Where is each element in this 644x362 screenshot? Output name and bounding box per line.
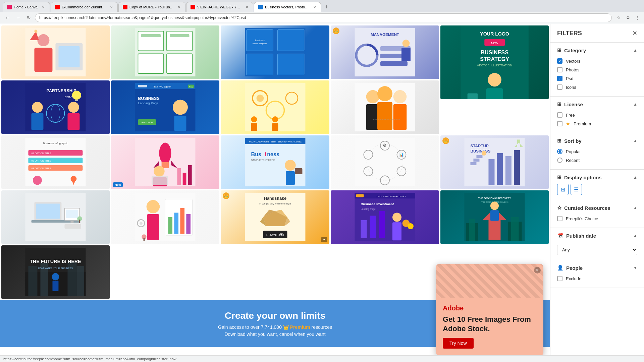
extension-button[interactable]: ⚙ — [624, 14, 632, 22]
grid-item-8[interactable] — [221, 80, 329, 134]
grid-item-14[interactable]: STARTUP BUSINESS — [440, 135, 549, 189]
tab-ecommerce[interactable]: E-Commerce der Zukunft - You... ✕ — [51, 2, 118, 12]
publish-date-arrow: ▲ — [633, 233, 637, 238]
filter-panel: FILTERS ✕ ⊞ Category ▲ Vectors Photos — [550, 24, 644, 362]
people-section: 👤 People ▼ Exclude — [550, 260, 644, 288]
tab-canva[interactable]: Home - Canva ✕ — [3, 2, 50, 12]
status-bar: https://contributor.freepik.com/home?utm… — [0, 355, 644, 362]
license-free[interactable]: Free — [557, 111, 637, 119]
list-view-button[interactable]: ☰ — [571, 184, 582, 195]
refresh-button[interactable]: ↻ — [24, 13, 34, 22]
url-text: https://freepik.com/search?dates=any&for… — [39, 15, 246, 20]
sort-expand-icon: ⊞ — [557, 138, 561, 144]
ad-cta-button[interactable]: Try Now — [443, 338, 474, 349]
publish-date-dropdown[interactable]: Any Today This week This month This year — [557, 245, 637, 255]
exclude-checkbox[interactable] — [557, 276, 562, 281]
publish-date-section: 📅 Publish date ▲ Any Today This week Thi… — [550, 228, 644, 260]
people-header[interactable]: 👤 People ▼ — [557, 265, 637, 271]
calendar-icon: 📅 — [557, 233, 564, 239]
curated-header[interactable]: ☆ Curated Resources ▲ — [557, 205, 637, 211]
sort-section: ⊞ Sort by ▲ Popular Recent — [550, 133, 644, 170]
tab-close-ecommerce[interactable]: ✕ — [109, 5, 113, 9]
grid-item-5[interactable]: YOUR LOGO NEW BUSINESS STRATEGY VECTOR I… — [440, 25, 549, 99]
grid-item-6[interactable]: PARTNERSHIP CONTRACT — [1, 80, 110, 134]
icons-checkbox[interactable] — [557, 84, 562, 90]
recent-radio[interactable] — [557, 158, 562, 163]
tab-more[interactable]: Copy of MORE - YouTube Thu... ✕ — [118, 2, 185, 12]
grid-item-15[interactable] — [1, 190, 110, 244]
freepiks-choice[interactable]: Freepik's Choice — [557, 214, 637, 223]
category-icons[interactable]: Icons — [557, 83, 637, 92]
display-header[interactable]: ⊞ Display options ▲ — [557, 174, 637, 180]
url-bar[interactable]: https://freepik.com/search?dates=any&for… — [35, 13, 612, 22]
sort-header[interactable]: ⊞ Sort by ▲ — [557, 138, 637, 144]
people-arrow: ▼ — [633, 265, 637, 270]
license-title: ⊞ License — [557, 101, 583, 107]
back-button[interactable]: ← — [3, 13, 12, 22]
grid-item-18[interactable]: LOGO • HOME • ABOUT • CONTACT Business I… — [331, 190, 439, 244]
premium-label: Premium — [574, 121, 591, 126]
sort-popular[interactable]: Popular — [557, 147, 637, 156]
grid-item-7[interactable]: Team FAQ Support BUSINESS Landing Page L… — [111, 80, 219, 134]
tab-close-more[interactable]: ✕ — [177, 5, 181, 9]
premium-checkbox[interactable] — [557, 121, 562, 126]
popular-label: Popular — [566, 149, 581, 154]
ad-close-button[interactable]: ✕ — [534, 267, 541, 274]
free-checkbox[interactable] — [557, 112, 562, 118]
popular-radio[interactable] — [557, 149, 562, 154]
grid-view-button[interactable]: ⊞ — [557, 184, 569, 195]
grid-item-9[interactable] — [331, 80, 439, 134]
category-vectors[interactable]: Vectors — [557, 57, 637, 65]
photos-label: Photos — [566, 67, 579, 72]
icons-label: Icons — [566, 85, 576, 90]
grid-item-1[interactable] — [1, 25, 110, 79]
grid-item-2[interactable] — [111, 25, 219, 79]
freepiks-choice-checkbox[interactable] — [557, 216, 562, 221]
license-premium[interactable]: ★ Premium — [557, 119, 637, 128]
grid-item-16[interactable] — [111, 190, 219, 244]
main-layout: Business Banner Templates MANAGEMENT — [0, 24, 644, 362]
tab-wege[interactable]: 5 EINFACHE WEGE - YouTube ✕ — [186, 2, 253, 12]
scroll-indicator: ▼ — [321, 237, 327, 242]
grid-item-13[interactable]: ⚙ 📊 — [331, 135, 439, 189]
psd-checkbox[interactable] — [557, 76, 562, 81]
grid-item-4[interactable]: MANAGEMENT 👑 — [331, 25, 439, 79]
psd-label: Psd — [566, 76, 573, 81]
grid-item-17[interactable]: Handshake in We (a) poly wireframe style… — [221, 190, 329, 244]
sort-title: ⊞ Sort by — [557, 138, 582, 144]
license-header[interactable]: ⊞ License ▲ — [557, 101, 637, 107]
people-exclude[interactable]: Exclude — [557, 274, 637, 283]
grid-item-11[interactable]: New — [111, 135, 219, 189]
publish-date-header[interactable]: 📅 Publish date ▲ — [557, 233, 637, 239]
tab-freepik[interactable]: Business Vectors, Photos and... ✕ — [254, 2, 321, 12]
category-section: ⊞ Category ▲ Vectors Photos Psd Icons — [550, 43, 644, 97]
browser-chrome: Home - Canva ✕ E-Commerce der Zukunft - … — [0, 0, 644, 24]
star-button[interactable]: ☆ — [614, 14, 623, 22]
filter-close-button[interactable]: ✕ — [632, 29, 637, 37]
tab-close-freepik[interactable]: ✕ — [313, 5, 317, 9]
grid-item-20[interactable]: THE FUTURE IS HERE DOMINATES YOUR BUSINE… — [1, 245, 110, 299]
category-psd[interactable]: Psd — [557, 74, 637, 83]
menu-button[interactable]: ⋮ — [633, 14, 641, 22]
recent-label: Recent — [566, 158, 580, 163]
grid-item-3[interactable]: Business Banner Templates — [221, 25, 329, 79]
people-icon: 👤 — [557, 265, 564, 271]
display-options-buttons: ⊞ ☰ — [557, 184, 637, 195]
grid-item-10[interactable]: Business Infographic 01 OPTION TITLE 02 … — [1, 135, 110, 189]
tab-close-wege[interactable]: ✕ — [245, 5, 249, 9]
tab-close-canva[interactable]: ✕ — [41, 5, 46, 9]
sort-recent[interactable]: Recent — [557, 156, 637, 165]
grid-item-19[interactable]: THE ECONOMIC RECOVERY IT'S POSSIBLE AFTE… — [440, 190, 549, 244]
grid-item-12[interactable]: YOUR LOGO · Home · Team · Services · Wor… — [221, 135, 329, 189]
curated-section: ☆ Curated Resources ▲ Freepik's Choice — [550, 200, 644, 228]
category-photos[interactable]: Photos — [557, 65, 637, 74]
new-tab-button[interactable]: + — [322, 3, 331, 12]
vectors-checkbox[interactable] — [557, 58, 562, 64]
display-title: ⊞ Display options — [557, 174, 602, 180]
category-header[interactable]: ⊞ Category ▲ — [557, 47, 637, 53]
forward-button[interactable]: → — [13, 13, 23, 22]
category-arrow: ▲ — [633, 48, 637, 53]
category-expand-icon: ⊞ — [557, 47, 561, 53]
filter-header: FILTERS ✕ — [550, 24, 644, 43]
photos-checkbox[interactable] — [557, 67, 562, 72]
